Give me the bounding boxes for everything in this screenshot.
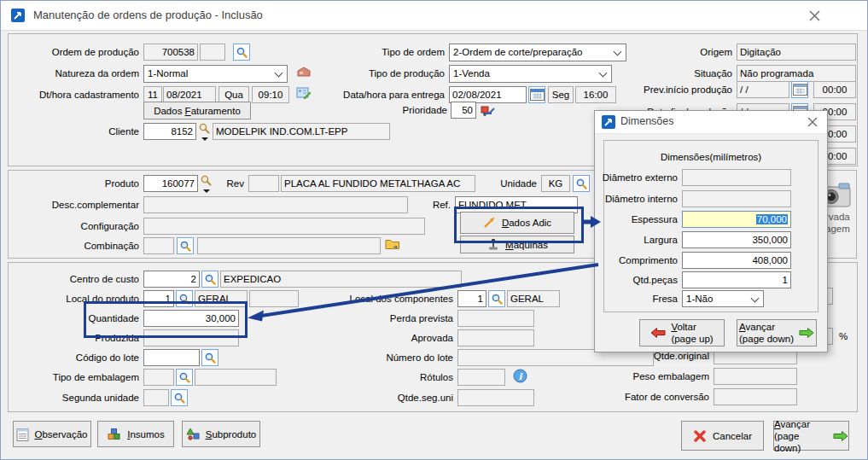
- unidade-search-button[interactable]: [573, 175, 590, 192]
- peso-embalagem-field[interactable]: [714, 368, 797, 385]
- local-produto-extra-field: [249, 290, 299, 307]
- espessura-field[interactable]: 70,000: [682, 211, 791, 228]
- qtd-pecas-field[interactable]: 1: [682, 271, 791, 288]
- largura-label: Largura: [597, 231, 678, 248]
- cadastramento-weekday-field: Qua: [218, 86, 249, 103]
- unidade-field[interactable]: KG: [541, 175, 570, 192]
- entrega-calendar-button[interactable]: [528, 86, 545, 103]
- produto-dropdown-caret-icon[interactable]: [203, 189, 210, 196]
- produto-code-field[interactable]: 160077: [143, 175, 198, 192]
- cadastramento-time-field[interactable]: 09:10: [252, 86, 289, 103]
- local-componentes-code-field[interactable]: 1: [457, 290, 486, 307]
- aprovada-field: [457, 329, 534, 346]
- comprimento-label: Comprimento: [597, 252, 678, 269]
- local-produto-code-field[interactable]: 1: [143, 290, 174, 307]
- segunda-unidade-search-button[interactable]: [171, 389, 188, 406]
- maquinas-button[interactable]: Máquinas: [460, 236, 574, 253]
- diametro-interno-field[interactable]: [682, 190, 791, 207]
- local-componentes-search-button[interactable]: [488, 290, 505, 307]
- tipo-embalagem-code-field[interactable]: [143, 369, 174, 386]
- insumos-button[interactable]: Insumos: [97, 421, 174, 447]
- ordem-producao-field[interactable]: 700538: [143, 44, 198, 61]
- prev-inicio-date-field[interactable]: / /: [737, 81, 789, 98]
- ordem-producao-label: Ordem de produção: [9, 44, 139, 61]
- tipo-embalagem-search-button[interactable]: [176, 369, 193, 386]
- codigo-lote-field[interactable]: [143, 349, 200, 366]
- desc-complementar-field[interactable]: [143, 196, 408, 213]
- folder-icon[interactable]: [385, 237, 400, 251]
- natureza-select[interactable]: 1-Normal: [143, 65, 288, 83]
- combinacao-search-button[interactable]: [177, 237, 194, 254]
- image-caption-line2: agem: [825, 223, 856, 235]
- dialog-avancar-button[interactable]: Avançar(page down): [737, 319, 817, 346]
- calendar-icon: [530, 88, 545, 102]
- centro-custo-code-field[interactable]: 2: [143, 271, 200, 288]
- entrega-time-field[interactable]: 16:00: [575, 86, 616, 103]
- subproduto-button[interactable]: Subproduto: [182, 421, 260, 447]
- dados-faturamento-button[interactable]: Dados Faturamento: [143, 102, 251, 119]
- fator-conversao-field[interactable]: [714, 388, 797, 405]
- entrega-date-field[interactable]: 02/08/2021: [449, 86, 527, 103]
- voltar-button[interactable]: Voltar(page up): [639, 319, 725, 346]
- dados-adic-button[interactable]: Dados Adic: [460, 212, 574, 234]
- observacao-button[interactable]: Observação: [13, 421, 91, 447]
- configuracao-field[interactable]: [143, 218, 425, 235]
- info-icon[interactable]: i: [513, 369, 527, 383]
- register-card-icon: [296, 86, 312, 100]
- local-produto-search-button[interactable]: [176, 290, 193, 307]
- rotulos-field[interactable]: [457, 369, 505, 386]
- avancar-button[interactable]: Avançar(page down): [773, 421, 849, 451]
- cadastramento-date-field[interactable]: 08/2021: [163, 86, 216, 103]
- fresa-select[interactable]: 1-Não: [682, 290, 764, 307]
- search-icon: [179, 240, 192, 253]
- comprimento-field[interactable]: 408,000: [682, 252, 791, 269]
- tipo-ordem-select[interactable]: 2-Ordem de corte/preparação: [449, 44, 626, 61]
- tipo-ordem-label: Tipo de ordem: [338, 44, 445, 61]
- produto-search-icon[interactable]: [200, 174, 213, 187]
- cliente-search-icon[interactable]: [198, 122, 211, 135]
- cliente-code-field[interactable]: 8152: [143, 123, 196, 140]
- ordem-search-button[interactable]: [233, 44, 250, 61]
- notepad-icon: [16, 427, 29, 442]
- combinacao-desc-field: [197, 237, 381, 254]
- dialog-close-icon[interactable]: [803, 113, 822, 131]
- codigo-lote-search-button[interactable]: [201, 349, 218, 366]
- centro-custo-name-field: EXPEDICAO: [220, 271, 462, 288]
- centro-custo-search-button[interactable]: [201, 271, 218, 288]
- tipo-producao-value: 1-Venda: [453, 68, 490, 79]
- tipo-producao-select[interactable]: 1-Venda: [449, 65, 612, 83]
- percent-label: %: [839, 328, 858, 345]
- origem-field: Digitação: [737, 44, 856, 61]
- quantidade-label: Quantidade: [9, 310, 139, 327]
- diametro-externo-label: Diâmetro externo: [597, 169, 678, 186]
- espessura-label: Espessura: [597, 211, 678, 228]
- natureza-label: Natureza da ordem: [9, 65, 139, 82]
- combinacao-code-field[interactable]: [143, 237, 174, 254]
- search-icon: [491, 293, 504, 306]
- prev-inicio-calendar-button[interactable]: [791, 81, 808, 98]
- cliente-dropdown-caret-icon[interactable]: [201, 137, 208, 144]
- peso-embalagem-label: Peso embalagem: [598, 368, 709, 385]
- cancelar-button[interactable]: Cancelar: [681, 421, 764, 451]
- cadastramento-day-field[interactable]: 11: [143, 86, 162, 103]
- prioridade-label: Prioridade: [376, 102, 447, 119]
- close-icon[interactable]: [805, 6, 824, 25]
- local-produto-name-field: GERAL: [195, 290, 248, 307]
- image-caption-line1: rvada: [825, 211, 856, 223]
- main-window: Manutenção de ordens de produção - Inclu…: [0, 0, 868, 460]
- segunda-unidade-field[interactable]: [143, 389, 169, 406]
- perda-prevista-field[interactable]: [457, 310, 534, 327]
- diametro-externo-field[interactable]: [682, 169, 791, 186]
- situacao-label: Situação: [650, 65, 732, 82]
- shapes-icon: [186, 428, 201, 440]
- entrega-weekday-field: Seg: [548, 86, 574, 103]
- unidade-label: Unidade: [487, 175, 537, 192]
- ordem-producao-sub-field[interactable]: [200, 44, 225, 61]
- quantidade-field[interactable]: 30,000: [143, 310, 239, 327]
- diametro-interno-label: Diâmetro interno: [597, 190, 678, 207]
- prioridade-field[interactable]: 50: [451, 102, 476, 119]
- ref-field[interactable]: FUNDIDO MET: [455, 196, 578, 213]
- prev-inicio-time-field[interactable]: 00:00: [813, 81, 856, 98]
- app-icon: [602, 115, 615, 129]
- largura-field[interactable]: 350,000: [682, 231, 791, 248]
